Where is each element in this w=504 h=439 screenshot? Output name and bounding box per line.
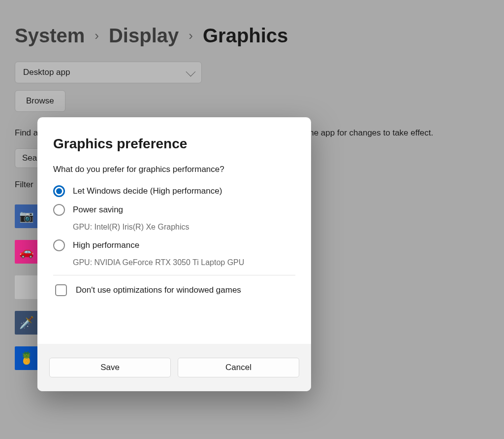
radio-label: Let Windows decide (High performance) bbox=[73, 186, 222, 196]
dialog-footer: Save Cancel bbox=[37, 344, 311, 391]
dialog-title: Graphics preference bbox=[53, 136, 295, 152]
radio-label: Power saving bbox=[73, 205, 123, 215]
checkbox-windowed-optimizations[interactable]: Don't use optimizations for windowed gam… bbox=[55, 284, 295, 296]
radio-icon bbox=[53, 239, 65, 251]
cancel-button[interactable]: Cancel bbox=[178, 358, 299, 377]
radio-power-saving[interactable]: Power saving bbox=[53, 204, 295, 216]
graphics-preference-dialog: Graphics preference What do you prefer f… bbox=[37, 117, 311, 391]
modal-overlay: Graphics preference What do you prefer f… bbox=[0, 0, 504, 439]
radio-sublabel: GPU: NVIDIA GeForce RTX 3050 Ti Laptop G… bbox=[73, 258, 295, 267]
radio-icon bbox=[53, 185, 65, 197]
radio-let-windows-decide[interactable]: Let Windows decide (High performance) bbox=[53, 185, 295, 197]
checkbox-icon bbox=[55, 284, 67, 296]
radio-sublabel: GPU: Intel(R) Iris(R) Xe Graphics bbox=[73, 223, 295, 232]
radio-icon bbox=[53, 204, 65, 216]
checkbox-label: Don't use optimizations for windowed gam… bbox=[76, 285, 241, 295]
radio-label: High performance bbox=[73, 240, 139, 250]
divider bbox=[53, 275, 295, 275]
dialog-question: What do you prefer for graphics performa… bbox=[53, 165, 295, 174]
save-button[interactable]: Save bbox=[49, 358, 171, 377]
radio-high-performance[interactable]: High performance bbox=[53, 239, 295, 251]
